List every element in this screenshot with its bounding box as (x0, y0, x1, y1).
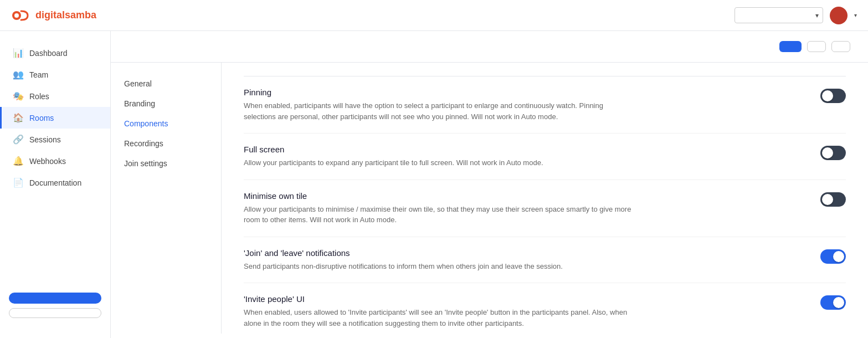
toggle-join_leave_notifications[interactable] (820, 249, 846, 264)
sidebar-item-documentation[interactable]: 📄 Documentation (0, 172, 110, 193)
setting-row-full_screen: Full screen Allow your participants to e… (244, 134, 846, 180)
content-area: GeneralBrandingComponentsRecordingsJoin … (111, 63, 868, 334)
toggle-track-minimise_own_tile (820, 192, 846, 207)
settings-list: Pinning When enabled, participants will … (244, 76, 846, 334)
logo-icon (11, 6, 31, 25)
right-panel: Pinning When enabled, participants will … (222, 63, 868, 334)
webhooks-icon: 🔔 (13, 156, 24, 166)
toggle-track-invite_people_ui (820, 295, 846, 310)
sidebar-item-label-rooms: Rooms (29, 114, 54, 122)
rooms-icon: 🏠 (13, 112, 24, 123)
avatar-chevron-icon[interactable]: ▾ (854, 12, 857, 18)
setting-title-minimise_own_tile: Minimise own tile (244, 191, 631, 201)
team-select[interactable] (735, 7, 823, 23)
left-menu-item-join_settings[interactable]: Join settings (111, 153, 221, 173)
roles-icon: 🎭 (13, 91, 24, 101)
top-nav: digitalsamba ▾ (0, 0, 868, 31)
setting-row-join_leave_notifications: 'Join' and 'leave' notifications Send pa… (244, 237, 846, 284)
left-menu: GeneralBrandingComponentsRecordingsJoin … (111, 63, 222, 334)
setting-control-join_leave_notifications (820, 248, 846, 264)
setting-desc-full_screen: Allow your participants to expand any pa… (244, 157, 631, 168)
toggle-track-pinning (820, 89, 846, 103)
dashboard-icon: 📊 (13, 48, 24, 58)
toggle-thumb-pinning (822, 90, 833, 101)
setting-info-invite_people_ui: 'Invite people' UI When enabled, users a… (244, 294, 631, 329)
toggle-thumb-join_leave_notifications (833, 251, 844, 262)
sidebar-item-label-team: Team (29, 70, 48, 79)
sidebar-item-team[interactable]: 👥 Team (0, 64, 110, 85)
sidebar-bottom (0, 284, 110, 327)
logo-text: digitalsamba (35, 9, 96, 21)
sidebar-item-dashboard[interactable]: 📊 Dashboard (0, 42, 110, 64)
setting-desc-join_leave_notifications: Send participants non-disruptive notific… (244, 261, 631, 272)
left-menu-item-general[interactable]: General (111, 74, 221, 94)
sidebar-item-label-webhooks: Webhooks (29, 157, 66, 166)
update-room-button[interactable] (779, 41, 802, 52)
reset-to-default-button[interactable] (807, 41, 826, 52)
toggle-track-join_leave_notifications (820, 249, 846, 264)
setting-info-pinning: Pinning When enabled, participants will … (244, 88, 631, 122)
sidebar-item-sessions[interactable]: 🔗 Sessions (0, 129, 110, 150)
setting-title-join_leave_notifications: 'Join' and 'leave' notifications (244, 248, 631, 258)
setting-title-full_screen: Full screen (244, 145, 631, 154)
setting-control-invite_people_ui (820, 294, 846, 310)
page-header (111, 31, 868, 63)
toggle-invite_people_ui[interactable] (820, 295, 846, 310)
setting-info-join_leave_notifications: 'Join' and 'leave' notifications Send pa… (244, 248, 631, 272)
setting-control-pinning (820, 88, 846, 103)
main-content: GeneralBrandingComponentsRecordingsJoin … (111, 31, 868, 338)
left-menu-item-branding[interactable]: Branding (111, 94, 221, 114)
toggle-thumb-minimise_own_tile (822, 194, 833, 205)
team-select-wrapper[interactable] (735, 7, 823, 23)
left-menu-item-recordings[interactable]: Recordings (111, 134, 221, 153)
logo: digitalsamba (11, 6, 96, 25)
toggle-full_screen[interactable] (820, 146, 846, 160)
sidebar-item-label-documentation: Documentation (29, 178, 81, 187)
setting-desc-pinning: When enabled, participants will have the… (244, 100, 631, 122)
sidebar-item-label-roles: Roles (29, 92, 49, 101)
setting-info-minimise_own_tile: Minimise own tile Allow your participant… (244, 191, 631, 226)
setting-row-minimise_own_tile: Minimise own tile Allow your participant… (244, 180, 846, 237)
setting-control-minimise_own_tile (820, 191, 846, 207)
cancel-button[interactable] (831, 41, 850, 52)
setting-desc-invite_people_ui: When enabled, users allowed to 'Invite p… (244, 307, 631, 329)
sidebar-item-webhooks[interactable]: 🔔 Webhooks (0, 150, 110, 172)
sidebar-item-roles[interactable]: 🎭 Roles (0, 85, 110, 107)
svg-point-1 (14, 13, 19, 18)
setting-title-pinning: Pinning (244, 88, 631, 97)
setting-row-pinning: Pinning When enabled, participants will … (244, 76, 846, 134)
setting-title-invite_people_ui: 'Invite people' UI (244, 294, 631, 304)
sidebar-item-label-sessions: Sessions (29, 135, 61, 144)
sidebar-nav: 📊 Dashboard 👥 Team 🎭 Roles 🏠 Rooms 🔗 Ses… (0, 42, 110, 284)
sidebar-item-rooms[interactable]: 🏠 Rooms (0, 107, 110, 129)
top-right-area: ▾ (728, 7, 857, 24)
need-help-button[interactable] (9, 308, 101, 318)
setting-desc-minimise_own_tile: Allow your participants to minimise / ma… (244, 204, 631, 226)
layout: 📊 Dashboard 👥 Team 🎭 Roles 🏠 Rooms 🔗 Ses… (0, 31, 868, 338)
toggle-pinning[interactable] (820, 89, 846, 103)
setting-control-full_screen (820, 145, 846, 160)
sidebar: 📊 Dashboard 👥 Team 🎭 Roles 🏠 Rooms 🔗 Ses… (0, 31, 111, 338)
toggle-thumb-full_screen (822, 147, 833, 158)
team-icon: 👥 (13, 69, 24, 80)
toggle-minimise_own_tile[interactable] (820, 192, 846, 207)
avatar[interactable] (830, 7, 848, 24)
header-actions (779, 41, 850, 52)
toggle-track-full_screen (820, 146, 846, 160)
sessions-icon: 🔗 (13, 134, 24, 145)
left-menu-item-components[interactable]: Components (111, 114, 221, 134)
sidebar-item-label-dashboard: Dashboard (29, 49, 68, 58)
setting-info-full_screen: Full screen Allow your participants to e… (244, 145, 631, 168)
upgrade-account-button[interactable] (9, 293, 101, 304)
documentation-icon: 📄 (13, 177, 24, 188)
toggle-thumb-invite_people_ui (833, 297, 844, 308)
setting-row-invite_people_ui: 'Invite people' UI When enabled, users a… (244, 283, 846, 334)
